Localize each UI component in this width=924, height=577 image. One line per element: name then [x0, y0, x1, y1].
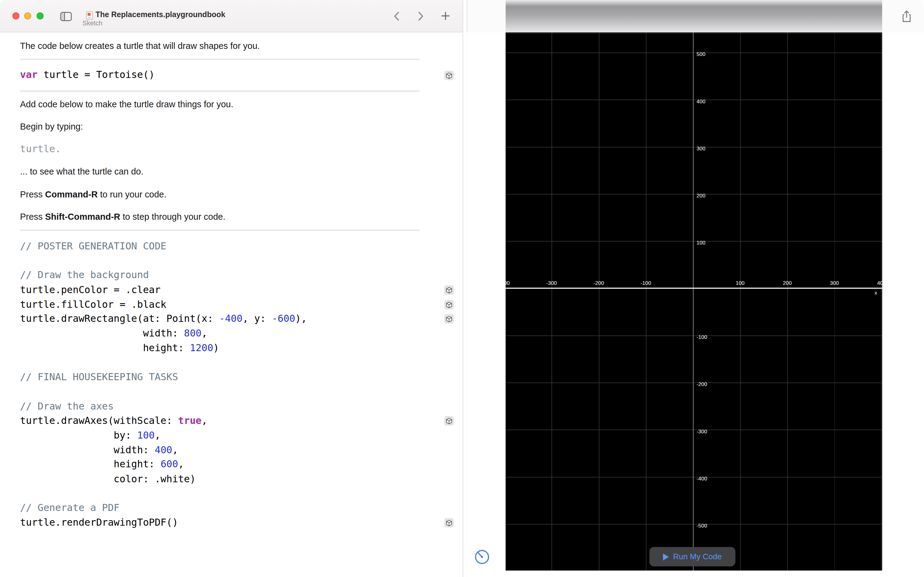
- x-tick-label: -400: [506, 280, 510, 286]
- result-cube-icon[interactable]: [444, 300, 454, 309]
- back-button[interactable]: [393, 11, 400, 21]
- code-line-declaration[interactable]: var turtle = Tortoise(): [20, 68, 155, 81]
- forward-button[interactable]: [417, 11, 424, 21]
- share-button[interactable]: [902, 10, 912, 23]
- y-tick-label: -500: [697, 523, 707, 529]
- code-line[interactable]: [20, 385, 307, 400]
- execution-speed-gauge-icon[interactable]: [474, 549, 490, 566]
- x-axis-line: [506, 288, 882, 289]
- result-cube-icon[interactable]: [444, 71, 454, 80]
- y-tick-label: 300: [697, 145, 705, 151]
- run-my-code-label: Run My Code: [673, 552, 722, 561]
- intro-text: The code below creates a turtle that wil…: [20, 40, 260, 52]
- code-line[interactable]: // Draw the background: [20, 268, 307, 283]
- minimize-window-button[interactable]: [24, 13, 31, 19]
- code-line[interactable]: // Draw the axes: [20, 400, 307, 414]
- window-subtitle: Sketch: [82, 19, 102, 27]
- toolbar-canvas-translucency: [506, 0, 882, 32]
- code-line[interactable]: color: .white): [20, 472, 307, 487]
- y-tick-label: 500: [697, 52, 705, 57]
- code-line[interactable]: turtle.fillColor = .black: [20, 297, 307, 312]
- code-line[interactable]: turtle.drawRectangle(at: Point(x: -400, …: [20, 312, 307, 327]
- code-line[interactable]: turtle.drawAxes(withScale: true,: [20, 414, 307, 429]
- code-block[interactable]: // POSTER GENERATION CODE // Draw the ba…: [20, 239, 307, 530]
- x-tick-label: -100: [641, 280, 651, 286]
- code-line[interactable]: turtle.renderDrawingToPDF(): [20, 516, 307, 530]
- code-line[interactable]: // POSTER GENERATION CODE: [20, 239, 307, 254]
- x-tick-label: 200: [783, 280, 792, 286]
- y-tick-label: -400: [697, 475, 707, 481]
- x-tick-label: 100: [736, 280, 745, 286]
- snippet-text: turtle.: [20, 143, 61, 156]
- play-icon: [663, 553, 669, 560]
- y-tick-label: 400: [697, 98, 705, 104]
- close-window-button[interactable]: [13, 13, 19, 19]
- code-line[interactable]: turtle.penColor = .clear: [20, 283, 307, 298]
- code-line[interactable]: // FINAL HOUSEKEEPING TASKS: [20, 371, 307, 385]
- sidebar-toggle-button[interactable]: [60, 12, 72, 21]
- divider-rule: [20, 230, 420, 230]
- y-tick-label: -100: [697, 334, 707, 340]
- y-tick-label: 100: [697, 240, 705, 246]
- document-icon: [86, 11, 93, 20]
- code-line[interactable]: by: 100,: [20, 429, 307, 443]
- code-line[interactable]: height: 1200): [20, 341, 307, 356]
- code-line[interactable]: height: 600,: [20, 458, 307, 472]
- zoom-window-button[interactable]: [37, 13, 44, 19]
- x-tick-label: -300: [546, 280, 557, 286]
- result-cube-icon[interactable]: [444, 285, 454, 295]
- divider-rule: [20, 59, 420, 60]
- x-tick-label: -200: [593, 280, 604, 286]
- x-tick-label: 400: [877, 280, 882, 286]
- code-line[interactable]: width: 800,: [20, 327, 307, 342]
- grid-canvas: x -400-300-200-1001002003004005004003002…: [506, 32, 882, 571]
- code-line[interactable]: [20, 356, 307, 371]
- window-title: The Replacements.playgroundbook: [95, 10, 225, 19]
- code-line[interactable]: [20, 487, 307, 501]
- x-tick-label: 300: [830, 280, 839, 286]
- begin-typing-text: Begin by typing:: [20, 121, 83, 133]
- result-cube-icon[interactable]: [444, 518, 454, 527]
- y-tick-label: 200: [697, 193, 705, 199]
- run-shortcut-text: Press Command-R to run your code.: [20, 189, 167, 200]
- y-axis-line: [693, 32, 694, 571]
- see-what-text: ... to see what the turtle can do.: [20, 166, 143, 177]
- code-editor-pane[interactable]: The code below creates a turtle that wil…: [0, 32, 463, 577]
- divider-rule: [20, 91, 420, 91]
- code-line[interactable]: // Generate a PDF: [20, 501, 307, 516]
- code-line[interactable]: width: 400,: [20, 443, 307, 458]
- step-shortcut-text: Press Shift-Command-R to step through yo…: [20, 211, 225, 223]
- run-my-code-button[interactable]: Run My Code: [649, 547, 736, 567]
- result-cube-icon[interactable]: [444, 416, 454, 426]
- add-code-text: Add code below to make the turtle draw t…: [20, 98, 233, 110]
- code-line[interactable]: [20, 254, 307, 269]
- y-tick-label: -300: [697, 429, 707, 434]
- add-page-button[interactable]: [441, 12, 450, 20]
- y-tick-label: -200: [697, 381, 707, 387]
- result-cube-icon[interactable]: [444, 314, 454, 324]
- app-window: The Replacements.playgroundbook Sketch T…: [0, 0, 924, 577]
- x-axis-label: x: [874, 290, 877, 296]
